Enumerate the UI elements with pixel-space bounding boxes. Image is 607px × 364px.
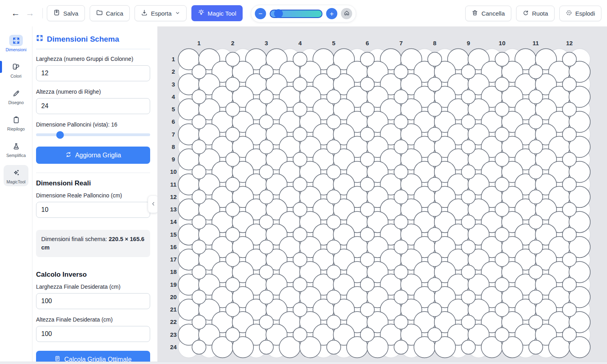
svg-text:7: 7 [172, 131, 175, 138]
sidebar-label-colori: Colori [10, 74, 21, 78]
svg-text:11: 11 [170, 181, 177, 188]
height-input[interactable] [36, 98, 150, 114]
explode-button-label: Esplodi [575, 10, 595, 17]
svg-text:3: 3 [265, 40, 268, 46]
svg-text:22: 22 [170, 318, 177, 325]
canvas-actions: Cancella Ruota Esplodi [465, 6, 601, 21]
real-dimensions-heading: Dimensioni Reali [36, 179, 150, 187]
home-view-button[interactable] [341, 8, 352, 19]
svg-text:4: 4 [172, 93, 175, 100]
svg-text:9: 9 [467, 40, 470, 46]
undo-back-button[interactable]: ← [11, 9, 20, 18]
svg-text:18: 18 [170, 268, 177, 275]
balloon-canvas-area[interactable]: 1234567891011121234567891011121314151617… [157, 26, 607, 362]
magic-tool-label: Magic Tool [208, 10, 236, 17]
svg-text:12: 12 [170, 193, 177, 200]
save-button[interactable]: Salva [47, 5, 85, 21]
svg-text:10: 10 [170, 168, 177, 175]
sidebar-label-riepilogo: Riepilogo [7, 127, 25, 131]
rotate-icon [523, 10, 529, 17]
expand-arrows-icon [9, 35, 23, 46]
zoom-slider[interactable] [270, 10, 323, 18]
magic-tool-button[interactable]: Magic Tool [191, 5, 243, 21]
real-balloon-label: Dimensione Reale Palloncino (cm) [36, 192, 150, 199]
panel-collapse-handle[interactable] [148, 195, 157, 213]
svg-text:2: 2 [172, 68, 175, 75]
rotate-button[interactable]: Ruota [516, 6, 555, 21]
sidebar-item-magictool[interactable]: MagicTool [4, 165, 28, 186]
width-input[interactable] [36, 65, 150, 81]
sidebar-label-magictool: MagicTool [6, 179, 25, 184]
sidebar-item-disegno[interactable]: Disegno [4, 86, 28, 107]
svg-text:17: 17 [170, 256, 177, 263]
svg-text:5: 5 [172, 106, 175, 113]
clear-button[interactable]: Cancella [465, 6, 511, 21]
flask-icon [9, 141, 23, 152]
bottom-strip [0, 362, 607, 364]
zoom-slider-thumb[interactable] [274, 9, 283, 18]
sidebar-item-riepilogo[interactable]: Riepilogo [4, 112, 28, 133]
svg-text:7: 7 [399, 40, 402, 46]
save-button-label: Salva [63, 10, 78, 17]
svg-text:14: 14 [170, 218, 177, 225]
section-divider [36, 173, 150, 173]
settings-panel: Dimensioni Schema Larghezza (numero Grup… [32, 26, 157, 362]
explode-button[interactable]: Esplodi [559, 6, 601, 21]
balloon-size-slider[interactable] [36, 133, 150, 136]
final-size-info: Dimensioni finali schema: 220.5 × 165.6 … [36, 230, 150, 257]
zoom-out-button[interactable]: − [255, 8, 266, 19]
active-indicator [0, 61, 2, 73]
svg-text:10: 10 [499, 40, 506, 46]
svg-text:1: 1 [197, 40, 201, 46]
balloon-grid[interactable]: 1234567891011121234567891011121314151617… [157, 26, 607, 362]
chevron-left-icon [151, 201, 156, 208]
load-button[interactable]: Carica [90, 5, 130, 21]
balloon-size-label: Dimensione Palloncini (vista): 16 [36, 121, 150, 128]
download-icon [141, 9, 148, 17]
final-height-input[interactable] [36, 326, 150, 342]
calc-optimal-grid-button[interactable]: Calcola Griglia Ottimale [36, 351, 150, 362]
sidebar-item-dimensioni[interactable]: Dimensioni [4, 33, 28, 54]
update-grid-label: Aggiorna Griglia [75, 152, 121, 159]
svg-text:23: 23 [170, 331, 177, 338]
svg-text:24: 24 [170, 344, 177, 350]
update-grid-button[interactable]: Aggiorna Griglia [36, 147, 150, 164]
final-width-input[interactable] [36, 293, 150, 309]
svg-text:11: 11 [533, 40, 539, 46]
export-button[interactable]: Esporta [135, 5, 187, 21]
zoom-controls: − + [251, 5, 356, 22]
width-label: Larghezza (numero Gruppi di Colonne) [36, 56, 150, 62]
clipboard-icon [9, 114, 23, 125]
clear-button-label: Cancella [481, 10, 504, 17]
folder-icon [96, 9, 103, 17]
inverse-calc-heading: Calcolo Inverso [36, 271, 150, 279]
app-window: ← → Salva Carica Esporta Magic Tool [0, 0, 607, 364]
main-area: Dimensioni Colori Disegno Riepilogo Semp… [0, 26, 607, 362]
sidebar-item-colori[interactable]: Colori [4, 59, 28, 80]
expand-arrows-icon-small [36, 34, 43, 44]
svg-text:3: 3 [172, 81, 175, 88]
refresh-icon [65, 151, 72, 159]
pencil-icon [9, 88, 23, 99]
sidebar-label-semplifica: Semplifica [6, 153, 26, 158]
svg-text:6: 6 [172, 118, 175, 125]
svg-text:8: 8 [433, 40, 436, 46]
swatches-icon [9, 61, 23, 72]
load-button-label: Carica [106, 10, 123, 17]
file-actions: Salva Carica Esporta Magic Tool [47, 5, 243, 21]
real-balloon-input[interactable] [36, 202, 150, 218]
svg-text:20: 20 [170, 294, 177, 300]
balloon-size-slider-thumb[interactable] [56, 131, 64, 139]
sidebar-item-semplifica[interactable]: Semplifica [4, 139, 28, 160]
svg-text:19: 19 [170, 281, 177, 288]
redo-forward-button[interactable]: → [26, 9, 34, 18]
trash-icon [472, 10, 478, 17]
svg-text:2: 2 [231, 40, 234, 46]
calculator-icon [54, 356, 60, 362]
toolbar-divider [42, 8, 43, 18]
svg-text:21: 21 [170, 306, 177, 313]
zoom-in-button[interactable]: + [326, 8, 338, 19]
top-toolbar: ← → Salva Carica Esporta Magic Tool [0, 0, 607, 26]
title-divider [36, 49, 150, 49]
svg-text:13: 13 [170, 206, 177, 213]
